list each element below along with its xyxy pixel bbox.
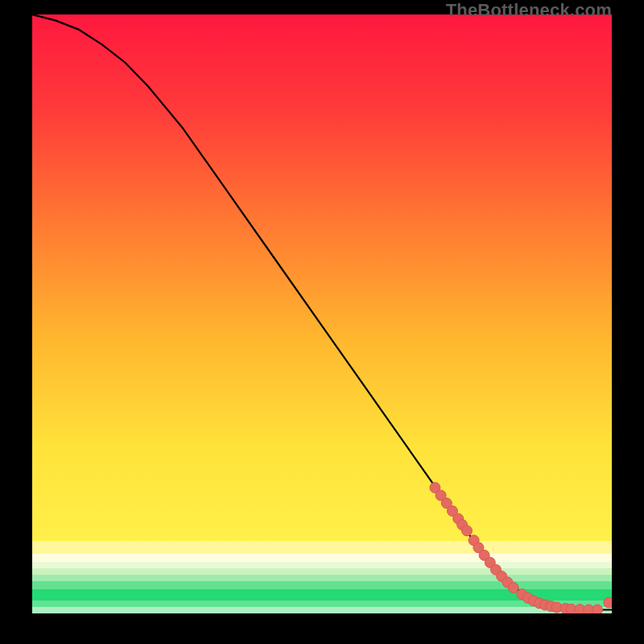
- plot-area: [32, 14, 612, 613]
- data-point: [508, 583, 518, 593]
- watermark-text: TheBottleneck.com: [446, 0, 612, 21]
- chart-overlay: [32, 14, 612, 613]
- highlight-dots: [430, 482, 612, 613]
- data-point: [462, 526, 473, 536]
- chart-stage: TheBottleneck.com: [0, 0, 644, 644]
- data-point: [604, 597, 612, 608]
- data-point: [592, 605, 603, 613]
- bottleneck-curve: [32, 14, 612, 610]
